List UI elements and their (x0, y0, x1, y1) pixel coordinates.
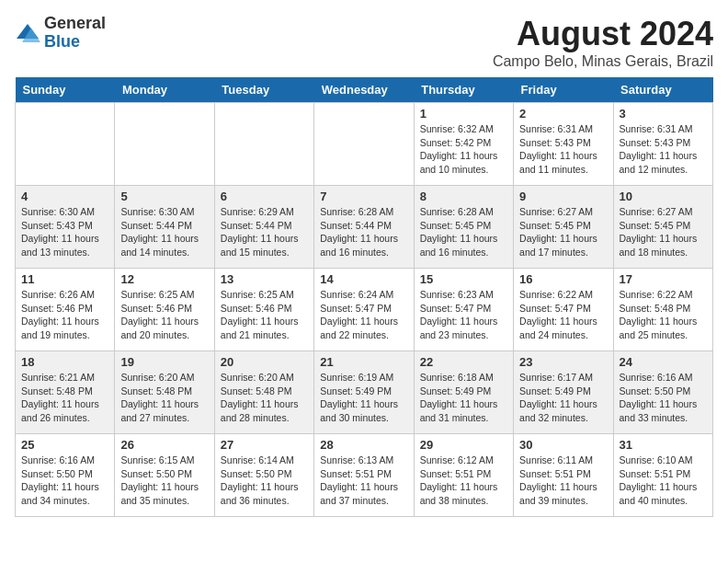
calendar-cell: 29Sunrise: 6:12 AM Sunset: 5:51 PM Dayli… (414, 434, 513, 517)
header-cell-sunday: Sunday (16, 77, 115, 103)
day-number: 30 (519, 438, 607, 452)
week-row-3: 18Sunrise: 6:21 AM Sunset: 5:48 PM Dayli… (16, 351, 713, 434)
cell-info: Sunrise: 6:28 AM Sunset: 5:45 PM Dayligh… (420, 205, 507, 259)
cell-info: Sunrise: 6:12 AM Sunset: 5:51 PM Dayligh… (420, 454, 507, 508)
day-number: 12 (120, 272, 208, 286)
month-year-title: August 2024 (493, 15, 713, 53)
calendar-cell: 26Sunrise: 6:15 AM Sunset: 5:50 PM Dayli… (115, 434, 214, 517)
cell-info: Sunrise: 6:24 AM Sunset: 5:47 PM Dayligh… (320, 288, 407, 342)
calendar-header: SundayMondayTuesdayWednesdayThursdayFrid… (16, 77, 713, 103)
calendar-cell: 18Sunrise: 6:21 AM Sunset: 5:48 PM Dayli… (16, 351, 115, 434)
cell-info: Sunrise: 6:31 AM Sunset: 5:43 PM Dayligh… (519, 122, 607, 177)
calendar-cell: 6Sunrise: 6:29 AM Sunset: 5:44 PM Daylig… (214, 186, 313, 269)
cell-info: Sunrise: 6:30 AM Sunset: 5:43 PM Dayligh… (21, 205, 108, 259)
logo-blue: Blue (44, 33, 106, 52)
calendar-cell: 7Sunrise: 6:28 AM Sunset: 5:44 PM Daylig… (314, 186, 414, 269)
logo-text: General Blue (44, 15, 106, 52)
calendar-cell (214, 103, 313, 186)
day-number: 25 (21, 438, 108, 452)
calendar-cell: 20Sunrise: 6:20 AM Sunset: 5:48 PM Dayli… (214, 351, 313, 434)
calendar-cell: 13Sunrise: 6:25 AM Sunset: 5:46 PM Dayli… (214, 269, 313, 351)
week-row-2: 11Sunrise: 6:26 AM Sunset: 5:46 PM Dayli… (16, 269, 713, 351)
day-number: 7 (320, 190, 407, 203)
calendar-table: SundayMondayTuesdayWednesdayThursdayFrid… (15, 77, 713, 517)
day-number: 4 (21, 190, 108, 203)
day-number: 21 (320, 355, 407, 369)
title-area: August 2024 Campo Belo, Minas Gerais, Br… (493, 15, 713, 70)
day-number: 11 (21, 272, 108, 286)
day-number: 31 (620, 438, 707, 452)
day-number: 8 (420, 190, 507, 203)
header-row: SundayMondayTuesdayWednesdayThursdayFrid… (16, 77, 713, 103)
cell-info: Sunrise: 6:29 AM Sunset: 5:44 PM Dayligh… (221, 205, 308, 259)
logo: General Blue (15, 15, 106, 52)
day-number: 27 (221, 438, 308, 452)
cell-info: Sunrise: 6:27 AM Sunset: 5:45 PM Dayligh… (519, 205, 607, 259)
week-row-0: 1Sunrise: 6:32 AM Sunset: 5:42 PM Daylig… (16, 103, 713, 186)
header-cell-tuesday: Tuesday (214, 77, 313, 103)
cell-info: Sunrise: 6:25 AM Sunset: 5:46 PM Dayligh… (120, 288, 208, 342)
day-number: 20 (221, 355, 308, 369)
day-number: 17 (620, 272, 707, 286)
day-number: 22 (420, 355, 507, 369)
day-number: 5 (120, 190, 208, 203)
calendar-cell: 30Sunrise: 6:11 AM Sunset: 5:51 PM Dayli… (514, 434, 613, 517)
calendar-cell (115, 103, 214, 186)
day-number: 10 (620, 190, 707, 203)
cell-info: Sunrise: 6:16 AM Sunset: 5:50 PM Dayligh… (620, 371, 707, 425)
calendar-cell: 8Sunrise: 6:28 AM Sunset: 5:45 PM Daylig… (414, 186, 513, 269)
calendar-cell: 31Sunrise: 6:10 AM Sunset: 5:51 PM Dayli… (613, 434, 712, 517)
cell-info: Sunrise: 6:30 AM Sunset: 5:44 PM Dayligh… (120, 205, 208, 259)
calendar-cell: 2Sunrise: 6:31 AM Sunset: 5:43 PM Daylig… (514, 103, 613, 186)
day-number: 18 (21, 355, 108, 369)
calendar-cell: 16Sunrise: 6:22 AM Sunset: 5:47 PM Dayli… (514, 269, 613, 351)
header-cell-thursday: Thursday (414, 77, 513, 103)
cell-info: Sunrise: 6:17 AM Sunset: 5:49 PM Dayligh… (519, 371, 607, 425)
day-number: 15 (420, 272, 507, 286)
calendar-cell: 15Sunrise: 6:23 AM Sunset: 5:47 PM Dayli… (414, 269, 513, 351)
header-cell-monday: Monday (115, 77, 214, 103)
day-number: 1 (420, 107, 507, 121)
calendar-cell: 4Sunrise: 6:30 AM Sunset: 5:43 PM Daylig… (16, 186, 115, 269)
day-number: 13 (221, 272, 308, 286)
header-cell-wednesday: Wednesday (314, 77, 414, 103)
calendar-cell (314, 103, 414, 186)
cell-info: Sunrise: 6:22 AM Sunset: 5:48 PM Dayligh… (620, 288, 707, 342)
cell-info: Sunrise: 6:27 AM Sunset: 5:45 PM Dayligh… (620, 205, 707, 259)
cell-info: Sunrise: 6:20 AM Sunset: 5:48 PM Dayligh… (120, 371, 208, 425)
calendar-cell: 23Sunrise: 6:17 AM Sunset: 5:49 PM Dayli… (514, 351, 613, 434)
cell-info: Sunrise: 6:26 AM Sunset: 5:46 PM Dayligh… (21, 288, 108, 342)
day-number: 2 (519, 107, 607, 121)
day-number: 19 (120, 355, 208, 369)
cell-info: Sunrise: 6:18 AM Sunset: 5:49 PM Dayligh… (420, 371, 507, 425)
header-cell-friday: Friday (514, 77, 613, 103)
week-row-4: 25Sunrise: 6:16 AM Sunset: 5:50 PM Dayli… (16, 434, 713, 517)
day-number: 23 (519, 355, 607, 369)
day-number: 9 (519, 190, 607, 203)
day-number: 6 (221, 190, 308, 203)
cell-info: Sunrise: 6:31 AM Sunset: 5:43 PM Dayligh… (620, 122, 707, 177)
location-subtitle: Campo Belo, Minas Gerais, Brazil (493, 53, 713, 70)
cell-info: Sunrise: 6:13 AM Sunset: 5:51 PM Dayligh… (320, 454, 407, 508)
cell-info: Sunrise: 6:20 AM Sunset: 5:48 PM Dayligh… (221, 371, 308, 425)
cell-info: Sunrise: 6:21 AM Sunset: 5:48 PM Dayligh… (21, 371, 108, 425)
calendar-cell: 9Sunrise: 6:27 AM Sunset: 5:45 PM Daylig… (514, 186, 613, 269)
cell-info: Sunrise: 6:10 AM Sunset: 5:51 PM Dayligh… (620, 454, 707, 508)
calendar-cell: 27Sunrise: 6:14 AM Sunset: 5:50 PM Dayli… (214, 434, 313, 517)
calendar-cell: 24Sunrise: 6:16 AM Sunset: 5:50 PM Dayli… (613, 351, 712, 434)
cell-info: Sunrise: 6:19 AM Sunset: 5:49 PM Dayligh… (320, 371, 407, 425)
cell-info: Sunrise: 6:23 AM Sunset: 5:47 PM Dayligh… (420, 288, 507, 342)
calendar-cell: 5Sunrise: 6:30 AM Sunset: 5:44 PM Daylig… (115, 186, 214, 269)
calendar-cell: 11Sunrise: 6:26 AM Sunset: 5:46 PM Dayli… (16, 269, 115, 351)
cell-info: Sunrise: 6:25 AM Sunset: 5:46 PM Dayligh… (221, 288, 308, 342)
day-number: 28 (320, 438, 407, 452)
day-number: 24 (620, 355, 707, 369)
cell-info: Sunrise: 6:15 AM Sunset: 5:50 PM Dayligh… (120, 454, 208, 508)
calendar-cell: 25Sunrise: 6:16 AM Sunset: 5:50 PM Dayli… (16, 434, 115, 517)
day-number: 16 (519, 272, 607, 286)
cell-info: Sunrise: 6:32 AM Sunset: 5:42 PM Dayligh… (420, 122, 507, 177)
logo-general: General (44, 15, 106, 33)
calendar-cell: 28Sunrise: 6:13 AM Sunset: 5:51 PM Dayli… (314, 434, 414, 517)
calendar-cell: 1Sunrise: 6:32 AM Sunset: 5:42 PM Daylig… (414, 103, 513, 186)
calendar-body: 1Sunrise: 6:32 AM Sunset: 5:42 PM Daylig… (16, 103, 713, 517)
